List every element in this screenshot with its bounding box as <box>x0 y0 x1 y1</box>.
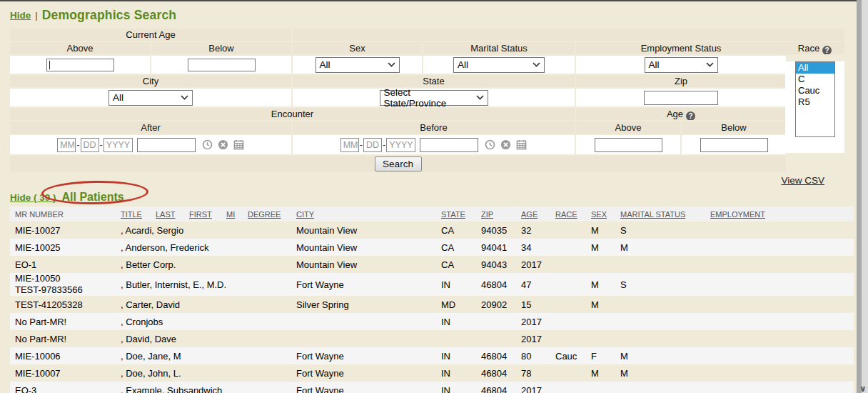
state-select[interactable]: Select State/Province <box>380 90 488 106</box>
patient-row[interactable]: No Part-MR!, CronjobsIN2017 <box>10 313 854 330</box>
results-title: All Patients <box>62 191 124 204</box>
cell-city: Silver Spring <box>296 296 441 313</box>
column-header[interactable]: LAST <box>156 207 189 222</box>
patient-row[interactable]: EO-1, Better Corp.Mountain ViewCA9404320… <box>10 256 854 273</box>
search-button[interactable]: Search <box>375 156 422 171</box>
clear-date-icon[interactable] <box>500 139 511 150</box>
zip-input[interactable] <box>644 91 718 105</box>
cell-mr: MIE-10050TEST-97833566 <box>10 273 121 296</box>
cell-mr: MIE-10007 <box>10 364 121 382</box>
current-age-group-label: Current Age <box>10 29 291 41</box>
race-option[interactable]: All <box>796 62 834 74</box>
cell-age: 2017 <box>521 330 555 347</box>
cell-employment <box>710 273 854 296</box>
patient-row[interactable]: TEST-41205328, Carter, DavidSilver Sprin… <box>10 296 854 313</box>
before-date-input[interactable] <box>420 138 478 152</box>
cell-sex <box>591 330 620 347</box>
before-month-input[interactable]: MM <box>340 138 359 152</box>
race-option[interactable]: C <box>796 74 834 85</box>
cell-employment <box>710 364 854 382</box>
csv-line: View CSV <box>10 175 854 187</box>
column-header[interactable]: TITLE <box>121 207 156 222</box>
sex-label: Sex <box>293 42 422 54</box>
before-day-input[interactable]: DD <box>363 138 382 152</box>
column-header[interactable]: FIRST <box>189 207 226 222</box>
view-csv-link[interactable]: View CSV <box>781 175 824 186</box>
clear-date-icon[interactable] <box>218 139 228 150</box>
column-header[interactable]: EMPLOYMENT <box>710 207 854 222</box>
clock-icon[interactable] <box>202 139 213 150</box>
race-section: Race? AllCCaucR5 <box>785 29 844 153</box>
race-option[interactable]: R5 <box>796 96 834 108</box>
encounter-before-date-group: MM- DD- YYYY <box>340 138 528 152</box>
column-header: MR NUMBER <box>10 207 121 222</box>
scrollbar-thumb[interactable] <box>857 0 862 393</box>
marital-status-select[interactable]: All <box>453 57 545 73</box>
sex-select[interactable]: All <box>316 57 400 73</box>
calendar-icon[interactable] <box>233 139 244 150</box>
clock-icon[interactable] <box>485 139 495 150</box>
encounter-after-date-group: MM- DD- YYYY <box>57 138 244 152</box>
chevron-down-icon <box>181 95 188 100</box>
vertical-scrollbar[interactable]: ∨ <box>857 0 868 393</box>
cell-name: , Carter, David <box>121 296 296 313</box>
current-age-above-input[interactable] <box>46 59 114 71</box>
cell-zip <box>481 330 521 347</box>
after-year-input[interactable]: YYYY <box>104 138 133 152</box>
cell-employment <box>710 222 854 239</box>
after-month-input[interactable]: MM <box>57 138 76 152</box>
cell-name: , Butler, Internist, E., M.D. <box>121 273 296 296</box>
age-below-input[interactable] <box>700 138 768 152</box>
current-age-below-label: Below <box>151 42 291 54</box>
age-above-input[interactable] <box>595 138 662 152</box>
results-header: Hide ( 39 ) All Patients <box>10 189 854 205</box>
current-age-below-input[interactable] <box>188 59 256 71</box>
text-caret <box>49 61 50 69</box>
cell-marital <box>620 382 710 393</box>
hide-results-link[interactable]: Hide ( 39 ) <box>10 192 56 203</box>
column-header[interactable]: ZIP <box>481 207 521 222</box>
after-date-input[interactable] <box>137 138 196 152</box>
help-icon[interactable]: ? <box>686 111 695 120</box>
cell-age: 15 <box>521 296 555 313</box>
cell-age: 78 <box>521 364 555 382</box>
cell-marital <box>620 330 710 347</box>
patient-row[interactable]: No Part-MR!, David, Dave2017 <box>10 330 854 347</box>
scroll-down-icon[interactable]: ∨ <box>859 385 867 392</box>
cell-mr: MIE-10027 <box>10 222 121 239</box>
patient-row[interactable]: MIE-10006, Doe, Jane, MFort WayneIN46804… <box>10 347 854 364</box>
cell-name: , Cronjobs <box>121 313 296 330</box>
hide-demographics-link[interactable]: Hide <box>10 10 31 21</box>
after-day-input[interactable]: DD <box>81 138 99 152</box>
encounter-group-label: Encounter <box>10 108 575 120</box>
cell-mr: EO-1 <box>10 256 121 273</box>
patient-row[interactable]: EO-3, Example, SubsandwichFort WayneIN46… <box>10 382 854 393</box>
cell-state: IN <box>441 382 481 393</box>
patient-row[interactable]: MIE-10007, Doe, John, L.Fort WayneIN4680… <box>10 364 854 382</box>
patient-row[interactable]: MIE-10050TEST-97833566, Butler, Internis… <box>10 273 854 296</box>
cell-marital <box>620 313 710 330</box>
cell-marital <box>620 296 710 313</box>
patient-row[interactable]: MIE-10027, Acardi, SergioMountain ViewCA… <box>10 222 854 239</box>
employment-status-select[interactable]: All <box>645 57 718 73</box>
cell-race <box>555 382 591 393</box>
encounter-after-label: After <box>10 121 291 134</box>
column-header[interactable]: MI <box>226 207 248 222</box>
column-header[interactable]: DEGREE <box>248 207 296 222</box>
cell-employment <box>710 330 854 347</box>
city-select[interactable]: All <box>108 90 193 106</box>
window-top-border <box>0 0 857 1</box>
column-header[interactable]: STATE <box>441 207 481 222</box>
column-header[interactable]: MARITAL STATUS <box>620 207 710 222</box>
before-year-input[interactable]: YYYY <box>386 138 415 152</box>
column-header[interactable]: AGE <box>521 207 555 222</box>
age-group-label: Age? <box>576 108 786 120</box>
column-header[interactable]: RACE <box>555 207 591 222</box>
patient-row[interactable]: MIE-10025, Anderson, FrederickMountain V… <box>10 239 854 256</box>
race-option[interactable]: Cauc <box>796 85 834 96</box>
race-listbox[interactable]: AllCCaucR5 <box>795 61 835 137</box>
help-icon[interactable]: ? <box>822 46 832 54</box>
column-header[interactable]: SEX <box>591 207 620 222</box>
column-header[interactable]: CITY <box>296 207 441 222</box>
calendar-icon[interactable] <box>516 139 527 150</box>
